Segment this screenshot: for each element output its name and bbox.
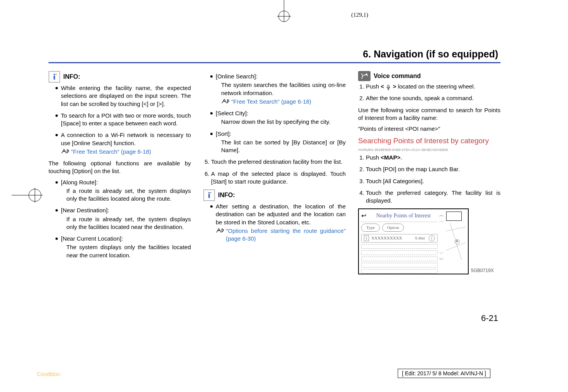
page-ref-icon: [61, 148, 69, 154]
body-text: The following optional functions are ava…: [48, 160, 191, 175]
option-body: The system displays only the facilities …: [61, 243, 191, 259]
footer-condition: Condition:: [37, 371, 61, 377]
option-title: [Near Current Location]:: [61, 235, 123, 242]
option-item: [Select City]: Narrow down the list by s…: [210, 109, 346, 126]
step-button-label: <MAP>: [381, 154, 400, 161]
register-mark-top: [265, 0, 303, 23]
svg-line-17: [450, 223, 462, 260]
guid-text: AIVINJN1-351BE659-0AB9-473A-AC1A-38ABCAD…: [358, 147, 500, 152]
svg-point-10: [55, 74, 57, 75]
svg-point-13: [210, 192, 211, 193]
option-title: [Online Search]:: [216, 73, 258, 80]
mini-map: [446, 212, 462, 221]
step-text: .: [400, 154, 402, 161]
option-item: [Online Search]: The system searches the…: [210, 73, 346, 106]
option-title: [Select City]:: [216, 110, 248, 116]
option-body: If a route is already set, the system di…: [61, 215, 191, 231]
bracket: >: [393, 83, 396, 90]
bracket: <: [381, 83, 384, 90]
info-bullet-text: A connection to a Wi-Fi network is neces…: [61, 132, 191, 146]
step-item: Push <MAP>.: [366, 154, 500, 161]
info-icon: [48, 71, 60, 83]
svg-rect-8: [54, 76, 55, 80]
list-item-placeholder: [361, 244, 438, 249]
list-item-distance: 0.4mi: [415, 235, 425, 241]
step-item: After the tone sounds, speak a command.: [366, 94, 500, 102]
thumbnail-id: 5GB0719X: [471, 267, 494, 274]
step-item: A map of the selected place is displayed…: [211, 170, 346, 186]
scroll-top-icon: ︽: [439, 212, 444, 218]
page-ref-link[interactable]: "Free Text Search" (page 6-18): [71, 148, 151, 156]
body-text: "Points of interest <POI name>": [358, 125, 500, 133]
svg-point-12: [208, 192, 210, 194]
option-body: If a route is already set, the system di…: [61, 187, 191, 203]
footer-edit-info: [ Edit: 2017/ 5/ 8 Model: AIVINJ-N ]: [398, 369, 490, 378]
svg-rect-11: [208, 194, 210, 198]
voice-icon: [358, 71, 371, 81]
info-bullet: A connection to a Wi-Fi network is neces…: [55, 131, 191, 156]
screenshot-thumbnail: ↩ Nearby Points of Interest Type Option …: [358, 208, 469, 274]
mic-icon: [386, 84, 391, 90]
back-icon: ↩: [361, 212, 366, 220]
list-item-placeholder: [361, 263, 438, 267]
register-mark-left: [12, 177, 54, 214]
scroll-down-icon: ﹀: [439, 250, 444, 257]
scroll-arrows: ︽ ︿ ﹀ ︾: [439, 212, 444, 263]
option-body: Narrow down the list by specifying the c…: [216, 118, 346, 126]
option-body: The list can be sorted by [By Distance] …: [216, 139, 346, 154]
page-ref-icon: [221, 98, 230, 104]
chapter-title: 6. Navigation (if so equipped): [48, 49, 500, 63]
list-item-name: XXXXXXXXXX: [371, 235, 402, 241]
option-item: [Near Destination]: If a route is alread…: [55, 206, 191, 231]
list-item-placeholder: [361, 269, 438, 274]
list-item: 1 XXXXXXXXXX 0.4mi i: [361, 234, 438, 243]
option-item: [Sort]: The list can be sorted by [By Di…: [210, 130, 346, 154]
page-ref-icon: [216, 227, 224, 233]
step-item: Touch the preferred category. The facili…: [366, 189, 500, 205]
info-bullet: After setting a destination, the locatio…: [210, 203, 346, 243]
scroll-bottom-icon: ︾: [439, 257, 444, 263]
info-circle-icon: i: [429, 235, 435, 241]
info-label: INFO:: [218, 191, 235, 199]
svg-rect-15: [388, 85, 389, 88]
option-body: The system searches the facilities using…: [216, 81, 346, 97]
step-item: Touch [POI] on the map Launch Bar.: [366, 165, 500, 173]
step-item: Touch [All Categories].: [366, 177, 500, 185]
option-item: [Along Route]: If a route is already set…: [55, 179, 191, 203]
option-title: [Along Route]:: [61, 179, 98, 186]
step-text: Push: [366, 83, 381, 90]
list-item-index: 1: [364, 235, 369, 241]
svg-line-16: [446, 227, 466, 231]
info-icon: [203, 189, 215, 201]
list-item-placeholder: [361, 257, 438, 261]
option-item: [Near Current Location]: The system disp…: [55, 235, 191, 259]
mini-map-graphic: [446, 223, 466, 262]
subheading: Searching Points of Interest by category: [358, 136, 500, 146]
pill-option: Option: [382, 224, 404, 232]
page-number: 6-21: [481, 313, 498, 323]
list-item-placeholder: [361, 250, 438, 255]
body-text: Use the following voice command to searc…: [358, 106, 500, 122]
page-ref-link[interactable]: "Free Text Search" (page 6-18): [231, 98, 311, 106]
pill-type: Type: [361, 224, 380, 232]
info-label: INFO:: [63, 73, 80, 81]
thumb-title: Nearby Points of Interest: [369, 212, 438, 220]
step-text: located on the steering wheel.: [396, 83, 475, 90]
coord-label: (129,1): [351, 12, 368, 18]
option-title: [Sort]:: [216, 130, 231, 137]
option-title: [Near Destination]:: [61, 207, 109, 213]
info-bullet-text: After setting a destination, the locatio…: [216, 203, 346, 225]
info-bullet: While entering the facility name, the ex…: [55, 84, 191, 108]
step-item: Push < > located on the steering wheel.: [366, 83, 500, 90]
page-ref-link[interactable]: "Options before starting the route guida…: [226, 227, 346, 243]
step-item: Touch the preferred destination facility…: [211, 158, 346, 166]
voice-label: Voice command: [374, 72, 421, 80]
scroll-up-icon: ︿: [439, 218, 444, 224]
svg-point-9: [54, 74, 55, 75]
svg-point-14: [366, 73, 367, 75]
info-bullet: To search for a POI with two or more wor…: [55, 112, 191, 128]
step-text: Push: [366, 154, 381, 161]
